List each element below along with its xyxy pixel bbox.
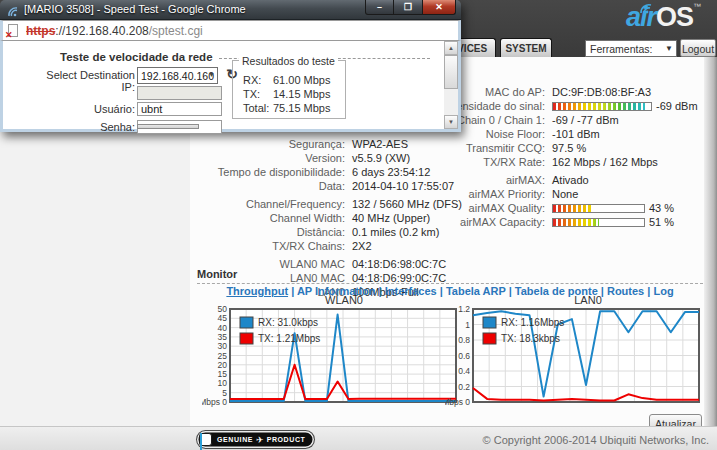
status-label: Channel Width: xyxy=(130,211,345,225)
status-label: Segurança: xyxy=(130,137,345,151)
badge-genuine-text: GENUINE xyxy=(217,436,253,443)
status-row: Data:2014-04-10 17:55:07 xyxy=(130,179,530,193)
status-value: Ativado xyxy=(552,174,589,186)
status-value: -69 / -77 dBm xyxy=(552,114,619,126)
wlan0-chart-block: WLAN0 5101520253035404550Mbps 0RX: 31.0k… xyxy=(202,294,458,416)
svg-text:0.6: 0.6 xyxy=(458,351,470,361)
status-value: v5.5.9 (XW) xyxy=(352,152,410,164)
svg-text:0.2: 0.2 xyxy=(458,382,470,392)
username-label: Usuário: xyxy=(35,103,135,115)
svg-text:RX: 31.0kbps: RX: 31.0kbps xyxy=(258,317,318,328)
status-value: 51 % xyxy=(649,216,674,228)
popup-titlebar[interactable]: [MARIO 3508] - Speed Test - Google Chrom… xyxy=(0,0,461,20)
wlan0-chart: 5101520253035404550Mbps 0RX: 31.0kbpsTX:… xyxy=(202,306,458,416)
results-legend: Resultados do teste xyxy=(239,55,338,67)
svg-text:20: 20 xyxy=(218,360,228,370)
url-text: https://192.168.40.208/sptest.cgi xyxy=(26,24,203,38)
scrollbar-thumb[interactable] xyxy=(444,55,458,89)
status-row: Tempo de disponibilidade:6 days 23:54:12 xyxy=(130,165,530,179)
status-row: Version:v5.5.9 (XW) xyxy=(130,151,530,165)
badge-product-text: PRODUCT xyxy=(267,436,306,443)
svg-text:40: 40 xyxy=(218,323,228,333)
svg-text:1.2: 1.2 xyxy=(458,306,470,314)
quality-bar xyxy=(552,204,645,213)
monitor-heading: Monitor xyxy=(197,268,703,284)
svg-text:1: 1 xyxy=(465,320,470,330)
lan0-chart: 0.20.40.60.811.2Mbps 0RX: 1.16MbpsTX: 18… xyxy=(445,306,703,416)
status-label: TX/RX Chains: xyxy=(130,239,345,253)
result-row-total: Total:75.15 Mbps xyxy=(243,102,330,114)
logo-os-text: OS xyxy=(656,2,693,32)
wlan0-chart-title: WLAN0 xyxy=(202,294,458,306)
url-path: /sptest.cgi xyxy=(149,24,203,38)
minimize-button[interactable]: – xyxy=(365,0,394,15)
status-label: Version: xyxy=(130,151,345,165)
popup-scrollbar[interactable]: ▲ ▼ xyxy=(444,41,458,129)
destination-ip-value: 192.168.40.160 xyxy=(141,70,214,82)
status-label: Channel/Frequency: xyxy=(130,197,345,211)
svg-text:TX: 18.3kbps: TX: 18.3kbps xyxy=(501,333,560,344)
footer: GENUINE ✈ PRODUCT © Copyright 2006-2014 … xyxy=(0,426,717,450)
genuine-product-badge: GENUINE ✈ PRODUCT xyxy=(197,431,314,448)
maximize-button[interactable]: ❐ xyxy=(394,0,423,15)
popup-title: [MARIO 3508] - Speed Test - Google Chrom… xyxy=(24,3,246,15)
svg-text:50: 50 xyxy=(218,306,228,314)
password-label: Senha: xyxy=(35,121,135,133)
svg-text:45: 45 xyxy=(218,313,228,323)
svg-text:TX: 1.21Mbps: TX: 1.21Mbps xyxy=(258,333,320,344)
svg-text:0.4: 0.4 xyxy=(458,366,470,376)
lan0-chart-title: LAN0 xyxy=(445,294,703,306)
scroll-down-icon[interactable]: ▼ xyxy=(444,115,458,129)
status-value: 162 Mbps / 162 Mbps xyxy=(552,156,658,168)
chevron-down-icon: ▼ xyxy=(665,44,673,53)
status-label: Data: xyxy=(130,179,345,193)
tools-select-value: Ferramentas: xyxy=(590,43,652,55)
status-row: Distância:0.1 miles (0.2 km) xyxy=(130,225,530,239)
popup-url-bar[interactable]: ✕ https://192.168.40.208/sptest.cgi xyxy=(0,20,461,41)
run-test-button-clipped[interactable] xyxy=(137,124,199,129)
speed-test-popup-window: [MARIO 3508] - Speed Test - Google Chrom… xyxy=(0,0,461,132)
signal-bar xyxy=(552,102,652,111)
result-row-rx: RX:61.00 Mbps xyxy=(243,74,330,86)
tab-system[interactable]: SYSTEM xyxy=(500,38,552,57)
status-value: 6 days 23:54:12 xyxy=(352,166,430,178)
status-value: 43 % xyxy=(649,202,674,214)
svg-text:15: 15 xyxy=(218,369,228,379)
status-row: Channel Width:40 MHz (Upper) xyxy=(130,211,530,225)
results-fieldset: Resultados do teste RX:61.00 Mbps TX:14.… xyxy=(232,60,346,119)
tools-select[interactable]: Ferramentas: ▼ xyxy=(585,40,677,57)
close-button[interactable]: ✕ xyxy=(423,0,456,15)
status-value: None xyxy=(552,188,578,200)
svg-text:Mbps 0: Mbps 0 xyxy=(202,397,227,407)
status-label: Tempo de disponibilidade: xyxy=(130,165,345,179)
page-error-icon: ✕ xyxy=(8,24,18,37)
signal-waves-icon xyxy=(638,0,654,18)
destination-ip-label: Select Destination IP: xyxy=(35,69,135,93)
custom-ip-field[interactable] xyxy=(137,86,222,100)
status-label: Distância: xyxy=(130,225,345,239)
scroll-up-icon[interactable]: ▲ xyxy=(444,41,458,55)
airos-logo: airOS™ xyxy=(626,2,701,33)
plane-icon: ✈ xyxy=(256,435,264,445)
window-edge-shade xyxy=(704,57,717,450)
svg-text:Mbps 0: Mbps 0 xyxy=(445,397,470,407)
url-host: ://192.168.40.208 xyxy=(55,24,148,38)
status-row: Channel/Frequency:132 / 5660 MHz (DFS) xyxy=(130,197,530,211)
status-row: Segurança:WPA2-AES xyxy=(130,137,530,151)
svg-text:10: 10 xyxy=(218,378,228,388)
lan0-chart-block: LAN0 0.20.40.60.811.2Mbps 0RX: 1.16MbpsT… xyxy=(445,294,703,416)
destination-ip-select[interactable]: 192.168.40.160 ▼ xyxy=(137,67,218,84)
chevron-down-icon: ▼ xyxy=(208,71,215,78)
status-row: TX/RX Chains:2X2 xyxy=(130,239,530,253)
lock-icon xyxy=(199,433,212,446)
status-value: 2X2 xyxy=(352,240,372,252)
svg-text:35: 35 xyxy=(218,332,228,342)
url-scheme: https xyxy=(26,24,55,38)
logout-button[interactable]: Logout xyxy=(680,39,716,57)
capacity-bar xyxy=(552,218,645,227)
status-value: -69 dBm xyxy=(656,100,698,112)
status-value: 132 / 5660 MHz (DFS) xyxy=(352,198,462,210)
popup-body: Teste de velocidade da rede Select Desti… xyxy=(0,41,461,132)
logo-trademark: ™ xyxy=(693,2,701,11)
username-field[interactable] xyxy=(137,102,222,116)
